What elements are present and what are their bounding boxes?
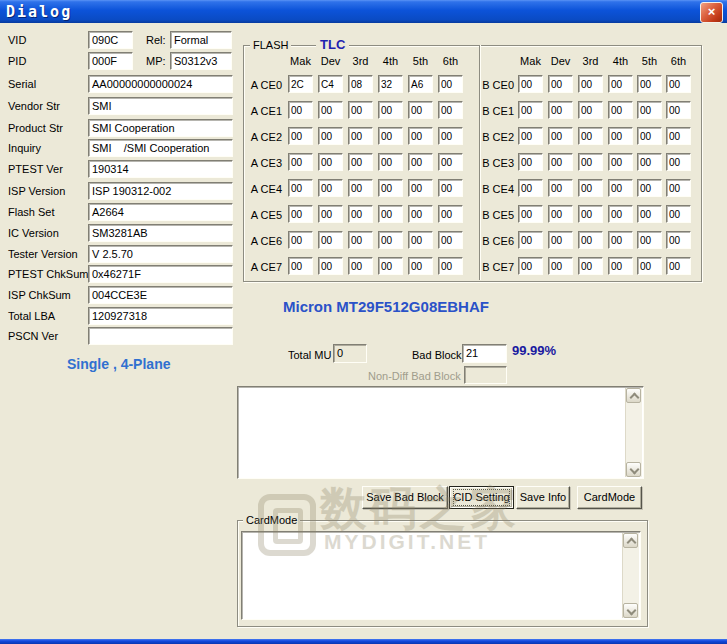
- flash-cell-input-a-ce2-mak[interactable]: 00: [288, 127, 313, 145]
- flash-cell-input-b-ce0-4th[interactable]: 00: [608, 75, 633, 93]
- flash-cell-input-b-ce6-4th[interactable]: 00: [608, 231, 633, 249]
- flash-cell-input-a-ce4-mak[interactable]: 00: [288, 179, 313, 197]
- flash-cell-input-b-ce2-dev[interactable]: 00: [548, 127, 573, 145]
- flash-cell-input-a-ce6-mak[interactable]: 00: [288, 231, 313, 249]
- pscn-ver-input[interactable]: [88, 327, 233, 345]
- vertical-scrollbar[interactable]: [625, 388, 642, 477]
- flash-cell-input-a-ce7-mak[interactable]: 00: [288, 257, 313, 275]
- flash-cell-input-a-ce2-3rd[interactable]: 00: [348, 127, 373, 145]
- flash-cell-input-b-ce1-5th[interactable]: 00: [637, 101, 662, 119]
- tester-version-input[interactable]: V 2.5.70: [88, 245, 233, 263]
- flash-cell-input-a-ce0-3rd[interactable]: 08: [348, 75, 373, 93]
- flash-cell-input-b-ce2-5th[interactable]: 00: [637, 127, 662, 145]
- flash-cell-input-b-ce6-dev[interactable]: 00: [548, 231, 573, 249]
- flash-cell-input-b-ce5-3rd[interactable]: 00: [578, 205, 603, 223]
- scroll-up-button[interactable]: [626, 388, 641, 403]
- flash-cell-input-b-ce5-mak[interactable]: 00: [518, 205, 543, 223]
- flash-cell-input-b-ce5-6th[interactable]: 00: [666, 205, 691, 223]
- flash-cell-input-a-ce0-4th[interactable]: 32: [378, 75, 403, 93]
- flash-cell-input-a-ce3-5th[interactable]: 00: [408, 153, 433, 171]
- flash-cell-input-a-ce7-3rd[interactable]: 00: [348, 257, 373, 275]
- scroll-up-button[interactable]: [623, 533, 638, 548]
- flash-cell-input-a-ce1-mak[interactable]: 00: [288, 101, 313, 119]
- flash-cell-input-b-ce3-6th[interactable]: 00: [666, 153, 691, 171]
- flash-cell-input-a-ce3-4th[interactable]: 00: [378, 153, 403, 171]
- flash-cell-input-a-ce4-3rd[interactable]: 00: [348, 179, 373, 197]
- flash-cell-input-a-ce6-dev[interactable]: 00: [318, 231, 343, 249]
- flash-cell-input-b-ce4-5th[interactable]: 00: [637, 179, 662, 197]
- flash-cell-input-a-ce0-6th[interactable]: 00: [438, 75, 463, 93]
- scroll-down-button[interactable]: [626, 462, 641, 477]
- flash-cell-input-b-ce1-mak[interactable]: 00: [518, 101, 543, 119]
- flash-cell-input-b-ce3-dev[interactable]: 00: [548, 153, 573, 171]
- flash-cell-input-b-ce1-dev[interactable]: 00: [548, 101, 573, 119]
- flash-cell-input-a-ce0-dev[interactable]: C4: [318, 75, 343, 93]
- flash-cell-input-b-ce0-3rd[interactable]: 00: [578, 75, 603, 93]
- flash-cell-input-a-ce1-6th[interactable]: 00: [438, 101, 463, 119]
- flash-cell-input-b-ce0-mak[interactable]: 00: [518, 75, 543, 93]
- flash-cell-input-a-ce7-dev[interactable]: 00: [318, 257, 343, 275]
- flash-cell-input-b-ce4-4th[interactable]: 00: [608, 179, 633, 197]
- flash-cell-input-b-ce1-6th[interactable]: 00: [666, 101, 691, 119]
- total-mu-input[interactable]: 0: [333, 344, 367, 363]
- flash-cell-input-a-ce0-5th[interactable]: A6: [408, 75, 433, 93]
- cardmode-button[interactable]: CardMode: [577, 486, 642, 509]
- flash-cell-input-b-ce1-3rd[interactable]: 00: [578, 101, 603, 119]
- ptest-ver-input[interactable]: 190314: [88, 160, 233, 178]
- vendor-str-input[interactable]: SMI: [88, 97, 233, 115]
- flash-cell-input-b-ce7-dev[interactable]: 00: [548, 257, 573, 275]
- bad-block-input[interactable]: 21: [462, 344, 507, 363]
- flash-cell-input-b-ce4-6th[interactable]: 00: [666, 179, 691, 197]
- flash-cell-input-a-ce2-4th[interactable]: 00: [378, 127, 403, 145]
- flash-cell-input-b-ce2-4th[interactable]: 00: [608, 127, 633, 145]
- flash-cell-input-a-ce4-6th[interactable]: 00: [438, 179, 463, 197]
- flash-cell-input-a-ce6-3rd[interactable]: 00: [348, 231, 373, 249]
- flash-cell-input-b-ce3-mak[interactable]: 00: [518, 153, 543, 171]
- pid-input[interactable]: 000F: [88, 52, 133, 70]
- flash-cell-input-b-ce0-6th[interactable]: 00: [666, 75, 691, 93]
- ic-version-input[interactable]: SM3281AB: [88, 224, 233, 242]
- flash-cell-input-b-ce3-4th[interactable]: 00: [608, 153, 633, 171]
- save-bad-block-button[interactable]: Save Bad Block: [362, 486, 448, 509]
- flash-cell-input-b-ce7-4th[interactable]: 00: [608, 257, 633, 275]
- flash-cell-input-a-ce7-5th[interactable]: 00: [408, 257, 433, 275]
- flash-set-input[interactable]: A2664: [88, 203, 233, 221]
- flash-cell-input-a-ce4-5th[interactable]: 00: [408, 179, 433, 197]
- flash-cell-input-a-ce3-3rd[interactable]: 00: [348, 153, 373, 171]
- inquiry-input[interactable]: SMI /SMI Cooperation: [88, 139, 233, 157]
- flash-cell-input-a-ce6-4th[interactable]: 00: [378, 231, 403, 249]
- flash-cell-input-a-ce5-5th[interactable]: 00: [408, 205, 433, 223]
- flash-cell-input-b-ce1-4th[interactable]: 00: [608, 101, 633, 119]
- scroll-down-button[interactable]: [623, 603, 638, 618]
- flash-cell-input-a-ce2-6th[interactable]: 00: [438, 127, 463, 145]
- flash-cell-input-b-ce5-4th[interactable]: 00: [608, 205, 633, 223]
- flash-cell-input-b-ce5-dev[interactable]: 00: [548, 205, 573, 223]
- serial-input[interactable]: AA00000000000024: [88, 75, 233, 93]
- flash-cell-input-b-ce6-3rd[interactable]: 00: [578, 231, 603, 249]
- flash-cell-input-a-ce3-dev[interactable]: 00: [318, 153, 343, 171]
- flash-cell-input-a-ce6-5th[interactable]: 00: [408, 231, 433, 249]
- isp-version-input[interactable]: ISP 190312-002: [88, 182, 233, 200]
- rel-input[interactable]: Formal: [170, 31, 232, 49]
- flash-cell-input-a-ce4-dev[interactable]: 00: [318, 179, 343, 197]
- flash-cell-input-b-ce6-6th[interactable]: 00: [666, 231, 691, 249]
- flash-cell-input-b-ce6-mak[interactable]: 00: [518, 231, 543, 249]
- vid-input[interactable]: 090C: [88, 31, 133, 49]
- flash-cell-input-b-ce4-dev[interactable]: 00: [548, 179, 573, 197]
- flash-cell-input-a-ce1-4th[interactable]: 00: [378, 101, 403, 119]
- flash-cell-input-b-ce2-3rd[interactable]: 00: [578, 127, 603, 145]
- flash-cell-input-a-ce1-dev[interactable]: 00: [318, 101, 343, 119]
- flash-cell-input-a-ce3-6th[interactable]: 00: [438, 153, 463, 171]
- flash-cell-input-a-ce5-3rd[interactable]: 00: [348, 205, 373, 223]
- flash-cell-input-a-ce5-dev[interactable]: 00: [318, 205, 343, 223]
- flash-cell-input-b-ce3-5th[interactable]: 00: [637, 153, 662, 171]
- flash-cell-input-b-ce0-5th[interactable]: 00: [637, 75, 662, 93]
- title-bar[interactable]: Dialog ×: [0, 0, 727, 23]
- flash-cell-input-b-ce6-5th[interactable]: 00: [637, 231, 662, 249]
- flash-cell-input-b-ce3-3rd[interactable]: 00: [578, 153, 603, 171]
- vertical-scrollbar[interactable]: [622, 533, 639, 618]
- flash-cell-input-b-ce2-mak[interactable]: 00: [518, 127, 543, 145]
- close-button[interactable]: ×: [700, 2, 723, 23]
- ptest-chksum-input[interactable]: 0x46271F: [88, 265, 233, 283]
- flash-cell-input-a-ce1-5th[interactable]: 00: [408, 101, 433, 119]
